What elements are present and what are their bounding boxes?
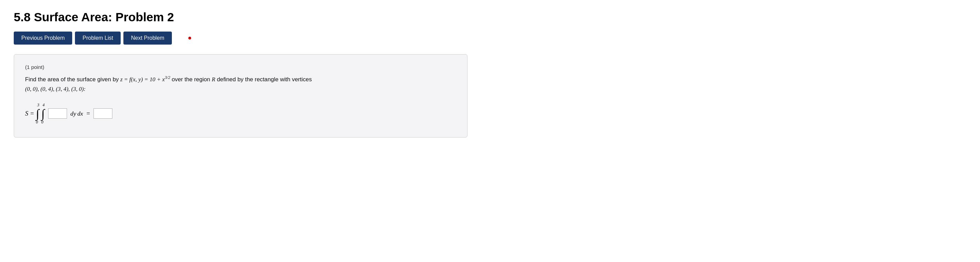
answer-input[interactable] [94, 108, 112, 118]
integral-formula: S = 3 ∫ 0 4 ∫ 0 dy dx = [25, 103, 456, 125]
vertices: (0, 0), (0, 4), (3, 4), (3, 0): [25, 86, 86, 92]
problem-container: (1 point) Find the area of the surface g… [14, 54, 468, 137]
points-label: (1 point) [25, 64, 456, 70]
int2-sign: ∫ [41, 108, 45, 120]
integrand-input[interactable] [48, 108, 67, 118]
problem-list-button[interactable]: Problem List [75, 32, 121, 44]
equation-z: z = f(x, y) = 10 + x3/2 [120, 76, 172, 83]
int1-lower: 0 [36, 120, 38, 125]
equals-1: = [30, 110, 34, 117]
dydx-label: dy dx [70, 110, 83, 117]
previous-problem-button[interactable]: Previous Problem [14, 32, 72, 44]
next-problem-button[interactable]: Next Problem [123, 32, 172, 44]
equals-2: = [87, 110, 90, 117]
formula-s-equals: S [25, 110, 28, 117]
integral-2: 4 ∫ 0 [41, 103, 45, 125]
red-dot-indicator [188, 37, 191, 39]
int1-sign: ∫ [36, 108, 40, 120]
problem-description: Find the area of the surface given by z … [25, 74, 456, 94]
int2-lower: 0 [41, 120, 43, 125]
integral-1: 3 ∫ 0 [36, 103, 40, 125]
page-title: 5.8 Surface Area: Problem 2 [14, 10, 468, 24]
region-label: R [212, 76, 215, 83]
navigation-buttons: Previous Problem Problem List Next Probl… [14, 32, 468, 44]
